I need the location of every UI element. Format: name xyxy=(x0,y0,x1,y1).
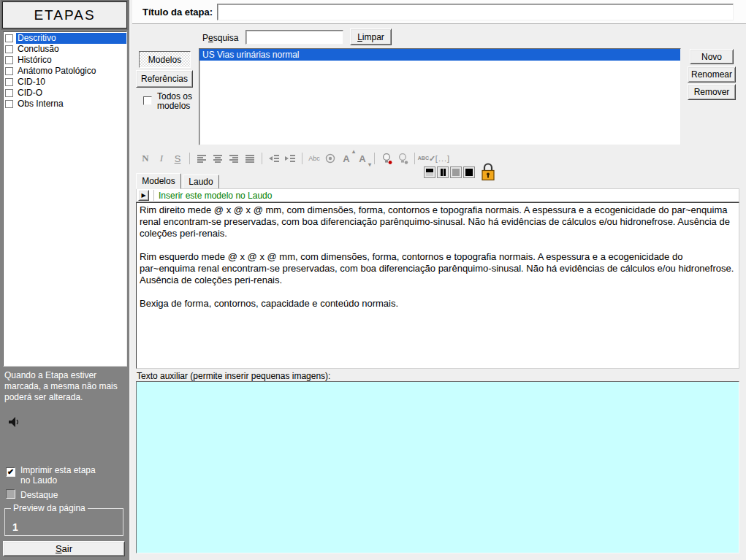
align-justify-icon[interactable] xyxy=(242,151,258,166)
etapa-item-conclusao[interactable]: Conclusão xyxy=(4,44,126,55)
etapa-item-obs-interna[interactable]: Obs Interna xyxy=(4,99,126,110)
align-left-icon[interactable] xyxy=(194,151,210,166)
etapa-checkbox[interactable] xyxy=(5,45,13,53)
bold-icon[interactable]: N xyxy=(137,151,153,166)
etapa-checkbox[interactable] xyxy=(5,34,13,42)
titulo-etapa-input[interactable] xyxy=(217,4,734,20)
align-right-icon[interactable] xyxy=(226,151,242,166)
font-increase-icon[interactable]: A xyxy=(338,151,354,166)
insert-bar-separator xyxy=(153,190,154,201)
formatting-toolbar: N I S Abc A A ABC ✓ [...] xyxy=(137,150,451,166)
destaque-checkbox-label: Destaque xyxy=(20,490,58,500)
toolbar-separator xyxy=(414,153,415,164)
font-decrease-icon[interactable]: A xyxy=(354,151,370,166)
bulb-red-icon[interactable] xyxy=(378,151,395,166)
etapa-checkbox[interactable] xyxy=(5,78,13,86)
toolbar-separator xyxy=(189,153,190,164)
etapa-label: Histórico xyxy=(16,55,126,66)
model-item-us-vias-urinarias[interactable]: US Vias urinárias normal xyxy=(199,49,680,61)
pesquisa-label: Pesquisa xyxy=(202,33,238,43)
abc-format-icon[interactable]: Abc xyxy=(306,151,322,166)
toolbar-separator xyxy=(262,153,262,164)
remover-button[interactable]: Remover xyxy=(688,84,736,100)
etapa-locked-note: Quando a Etapa estiver marcada, a mesma … xyxy=(4,370,127,403)
etapa-label: CID-O xyxy=(16,88,126,99)
etapa-label: CID-10 xyxy=(16,77,126,88)
texto-auxiliar-area[interactable] xyxy=(136,381,739,553)
editor-paragraph: Rim direito mede @ x @ x @ mm, com dimen… xyxy=(140,204,736,239)
preview-style-columns-icon[interactable] xyxy=(437,166,449,178)
pesquisa-input[interactable] xyxy=(246,30,343,45)
imprimir-checkbox[interactable]: ✔ xyxy=(6,467,15,477)
etapa-checkbox[interactable] xyxy=(5,100,13,108)
preview-style-split-icon[interactable] xyxy=(424,166,435,178)
indent-increase-icon[interactable] xyxy=(266,151,282,166)
preview-style-gray-icon[interactable] xyxy=(450,166,462,178)
novo-button[interactable]: Novo xyxy=(690,49,734,64)
preview-pagina-value: 1 xyxy=(12,521,18,533)
lock-icon[interactable] xyxy=(481,162,495,183)
align-center-icon[interactable] xyxy=(210,151,226,166)
preview-style-bar xyxy=(424,166,475,178)
etapa-label: Obs Interna xyxy=(16,99,126,110)
etapa-item-cid-o[interactable]: CID-O xyxy=(4,88,126,99)
editor-paragraph: Bexiga de forma, contornos, capacidade e… xyxy=(140,298,736,310)
insert-arrow-button[interactable]: ▶ xyxy=(138,190,149,201)
texto-auxiliar-label: Texto auxiliar (permite inserir pequenas… xyxy=(137,371,330,381)
limpar-button[interactable]: Limpar xyxy=(350,28,392,45)
etapa-item-historico[interactable]: Histórico xyxy=(4,55,126,66)
etapa-label: Descritivo xyxy=(16,33,126,44)
referencias-button[interactable]: Referências xyxy=(136,70,193,88)
etapas-sidebar: ETAPAS Descritivo Conclusão Histórico An… xyxy=(0,0,131,560)
etapa-checkbox[interactable] xyxy=(5,89,13,97)
etapa-item-anatomo-patologico[interactable]: Anátomo Patológico xyxy=(4,66,126,77)
sair-button[interactable]: Sair xyxy=(3,541,125,556)
preview-pagina-group: Preview da página 1 xyxy=(4,508,123,536)
preview-pagina-label: Preview da página xyxy=(11,503,88,513)
renomear-button[interactable]: Renomear xyxy=(688,66,736,83)
etapa-label: Conclusão xyxy=(16,44,126,55)
etapas-title: ETAPAS xyxy=(34,7,95,23)
insert-model-bar: ▶ Inserir este modelo no Laudo xyxy=(136,188,739,202)
model-text-editor[interactable]: Rim direito mede @ x @ x @ mm, com dimen… xyxy=(136,202,739,369)
speaker-icon[interactable] xyxy=(8,416,20,429)
preview-style-black-icon[interactable] xyxy=(463,166,475,178)
todos-os-modelos-checkbox[interactable] xyxy=(143,96,152,105)
insert-model-link[interactable]: Inserir este modelo no Laudo xyxy=(159,191,272,201)
etapas-header: ETAPAS xyxy=(2,1,127,28)
models-listbox[interactable]: US Vias urinárias normal xyxy=(199,48,681,145)
underline-icon[interactable]: S xyxy=(170,151,186,166)
italic-icon[interactable]: I xyxy=(153,151,170,166)
stamp-icon[interactable] xyxy=(322,151,338,166)
destaque-checkbox[interactable] xyxy=(6,489,15,499)
toolbar-separator xyxy=(374,153,375,164)
etapas-listbox[interactable]: Descritivo Conclusão Histórico Anátomo P… xyxy=(3,31,127,367)
etapa-item-descritivo[interactable]: Descritivo xyxy=(4,33,126,44)
indent-decrease-icon[interactable] xyxy=(282,151,298,166)
titulo-etapa-label: Título da etapa: xyxy=(142,7,213,18)
etapa-label: Anátomo Patológico xyxy=(16,66,126,77)
etapa-checkbox[interactable] xyxy=(5,56,13,64)
bulb-gray-icon[interactable] xyxy=(395,151,411,166)
modelos-toggle-button[interactable]: Modelos xyxy=(139,51,191,68)
imprimir-checkbox-label: Imprimir esta etapa no Laudo xyxy=(20,465,101,486)
spellcheck-icon[interactable]: ABC ✓ xyxy=(419,151,435,166)
ellipsis-icon[interactable]: [...] xyxy=(435,151,451,166)
editor-paragraph: Rim esquerdo mede @ x @ x @ mm, com dime… xyxy=(140,251,736,286)
toolbar-separator xyxy=(302,153,302,164)
etapa-checkbox[interactable] xyxy=(5,67,13,75)
tab-modelos[interactable]: Modelos xyxy=(136,173,181,189)
tab-laudo[interactable]: Laudo xyxy=(183,174,219,189)
etapa-item-cid-10[interactable]: CID-10 xyxy=(4,77,126,88)
